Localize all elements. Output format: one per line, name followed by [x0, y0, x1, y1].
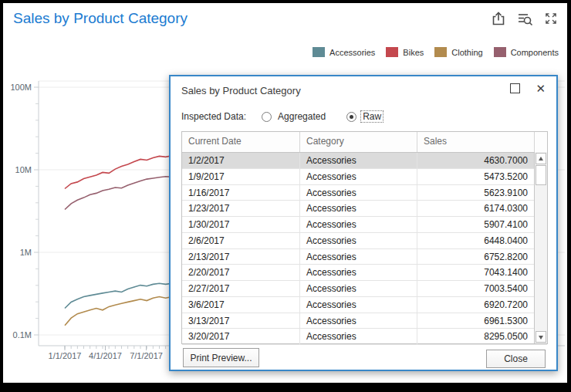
- table-row[interactable]: 3/13/2017 Accessories 6961.5300: [182, 313, 547, 329]
- cell-category: Accessories: [299, 169, 417, 184]
- cell-category: Accessories: [299, 217, 417, 232]
- print-preview-button[interactable]: Print Preview...: [183, 348, 259, 367]
- cell-current-date: 2/27/2017: [182, 281, 299, 296]
- cell-sales: 6448.0400: [417, 233, 534, 248]
- cell-current-date: 1/16/2017: [182, 185, 299, 201]
- cell-sales: 6174.0300: [417, 201, 534, 216]
- inspected-data-label: Inspected Data:: [181, 111, 246, 122]
- table-row[interactable]: 3/20/2017 Accessories 8295.0500: [182, 329, 547, 345]
- radio-label: Aggregated: [275, 110, 328, 123]
- scroll-down-button[interactable]: [536, 331, 546, 343]
- grid-vertical-scrollbar[interactable]: [534, 152, 547, 343]
- cell-category: Accessories: [299, 313, 417, 329]
- radio-icon: [262, 112, 272, 122]
- dialog-maximize-button[interactable]: [510, 83, 520, 93]
- inspect-data-dialog: Sales by Product Category ✕ Inspected Da…: [169, 75, 558, 371]
- radio-option[interactable]: Raw: [346, 110, 383, 123]
- table-row[interactable]: 1/2/2017 Accessories 4630.7000: [182, 153, 547, 169]
- dialog-titlebar: Sales by Product Category ✕: [171, 76, 556, 103]
- table-row[interactable]: 1/9/2017 Accessories 5473.5200: [182, 169, 547, 185]
- series-line-components: [65, 177, 172, 210]
- cell-sales: 8295.0500: [417, 329, 534, 344]
- cell-current-date: 2/20/2017: [182, 265, 299, 280]
- cell-sales: 4630.7000: [417, 153, 534, 168]
- cell-sales: 6752.8200: [417, 249, 534, 265]
- svg-text:0.1M: 0.1M: [13, 330, 32, 340]
- cell-sales: 7003.5400: [417, 281, 534, 296]
- table-row[interactable]: 3/6/2017 Accessories 6920.7200: [182, 297, 547, 313]
- cell-sales: 5473.5200: [417, 169, 534, 184]
- radio-option[interactable]: Aggregated: [262, 110, 328, 123]
- cell-sales: 6961.5300: [417, 313, 534, 329]
- cell-sales: 6920.7200: [417, 297, 534, 313]
- cell-sales: 5623.9100: [417, 185, 534, 201]
- svg-text:4/1/2017: 4/1/2017: [89, 351, 122, 360]
- table-row[interactable]: 2/13/2017 Accessories 6752.8200: [182, 249, 547, 265]
- dialog-title: Sales by Product Category: [181, 85, 301, 96]
- cell-category: Accessories: [299, 153, 417, 168]
- svg-text:1/1/2017: 1/1/2017: [49, 351, 82, 360]
- cell-current-date: 3/6/2017: [182, 297, 299, 313]
- cell-current-date: 3/13/2017: [182, 313, 299, 329]
- triangle-down-icon: [539, 336, 543, 340]
- table-row[interactable]: 1/30/2017 Accessories 5907.4100: [182, 217, 547, 233]
- cell-current-date: 2/6/2017: [182, 233, 299, 248]
- grid-header: Current Date Category Sales: [182, 132, 547, 153]
- cell-current-date: 3/20/2017: [182, 329, 299, 344]
- table-row[interactable]: 2/20/2017 Accessories 7043.1400: [182, 265, 547, 281]
- svg-text:10M: 10M: [15, 165, 32, 174]
- cell-category: Accessories: [299, 297, 417, 313]
- cell-current-date: 1/9/2017: [182, 169, 299, 184]
- cell-category: Accessories: [299, 281, 417, 296]
- scrollbar-thumb[interactable]: [536, 165, 546, 185]
- cell-category: Accessories: [299, 185, 417, 201]
- cell-sales: 7043.1400: [417, 265, 534, 280]
- table-row[interactable]: 1/23/2017 Accessories 6174.0300: [182, 201, 547, 217]
- cell-category: Accessories: [299, 249, 417, 265]
- cell-current-date: 1/23/2017: [182, 201, 299, 216]
- dashboard-window: Sales by Product Category: [3, 3, 567, 383]
- grid-body: 1/2/2017 Accessories 4630.7000 1/9/2017 …: [182, 153, 547, 345]
- column-header-current-date[interactable]: Current Date: [182, 132, 299, 152]
- close-button[interactable]: Close: [486, 350, 546, 368]
- radio-icon: [346, 112, 356, 122]
- svg-text:100M: 100M: [10, 83, 32, 92]
- table-row[interactable]: 2/27/2017 Accessories 7003.5400: [182, 281, 547, 297]
- svg-text:7/1/2017: 7/1/2017: [130, 351, 163, 360]
- svg-text:1M: 1M: [20, 248, 32, 257]
- cell-category: Accessories: [299, 201, 417, 216]
- cell-category: Accessories: [299, 233, 417, 248]
- radio-label: Raw: [360, 110, 383, 123]
- column-header-category[interactable]: Category: [299, 132, 417, 152]
- data-grid: Current Date Category Sales 1/2/2017 Acc…: [181, 131, 548, 344]
- series-line-bikes: [65, 156, 172, 189]
- cell-category: Accessories: [299, 265, 417, 280]
- column-header-spacer: [534, 132, 547, 152]
- scroll-up-button[interactable]: [536, 153, 546, 164]
- table-row[interactable]: 1/16/2017 Accessories 5623.9100: [182, 185, 547, 201]
- cell-current-date: 1/30/2017: [182, 217, 299, 232]
- cell-category: Accessories: [299, 329, 417, 344]
- dialog-close-button[interactable]: ✕: [536, 83, 546, 94]
- cell-current-date: 2/13/2017: [182, 249, 299, 265]
- cell-sales: 5907.4100: [417, 217, 534, 232]
- cell-current-date: 1/2/2017: [182, 153, 299, 168]
- column-header-sales[interactable]: Sales: [417, 132, 534, 152]
- inspected-data-controls: Inspected Data: Aggregated Raw: [181, 110, 383, 123]
- table-row[interactable]: 2/6/2017 Accessories 6448.0400: [182, 233, 547, 249]
- triangle-up-icon: [539, 157, 543, 161]
- series-line-clothing: [65, 297, 172, 326]
